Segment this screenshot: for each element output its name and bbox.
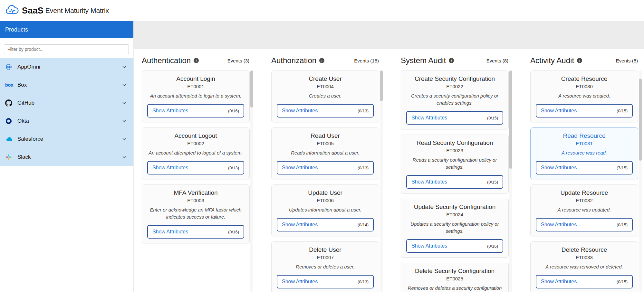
show-attributes-label: Show Attributes bbox=[411, 179, 447, 185]
event-title: Read Security Configuration bbox=[406, 139, 503, 146]
brand-name: SaaS bbox=[22, 6, 43, 16]
show-attributes-label: Show Attributes bbox=[541, 108, 577, 114]
event-card-delete-resource: Delete Resource ET0033 A resource was re… bbox=[530, 241, 638, 292]
show-attributes-button[interactable]: Show Attributes (0/15) bbox=[536, 218, 633, 231]
event-title: Delete Resource bbox=[536, 246, 633, 253]
event-description: A resource was updated. bbox=[536, 206, 633, 213]
show-attributes-button[interactable]: Show Attributes (0/16) bbox=[147, 104, 244, 118]
sidebar-item-box[interactable]: box Box bbox=[0, 76, 133, 94]
event-description: Reads a security configuration policy or… bbox=[406, 156, 503, 171]
chevron-down-icon[interactable] bbox=[121, 136, 128, 142]
chevron-down-icon[interactable] bbox=[121, 100, 128, 106]
matrix-main-area: Authentication i Events (3) Account Logi… bbox=[134, 21, 644, 292]
event-card-update-user: Update User ET0006 Updates information a… bbox=[271, 184, 379, 236]
show-attributes-label: Show Attributes bbox=[282, 165, 318, 171]
show-attributes-button[interactable]: Show Attributes (0/13) bbox=[277, 104, 374, 118]
event-description: Removes or deletes a security configurat… bbox=[406, 285, 503, 292]
appomni-gear-icon bbox=[5, 63, 14, 71]
scrollbar-thumb[interactable] bbox=[250, 71, 253, 108]
scrollbar-thumb[interactable] bbox=[509, 71, 512, 169]
event-description: Updates a security configuration policy … bbox=[406, 221, 503, 235]
event-code: ET0033 bbox=[536, 255, 633, 260]
events-count: Events (8) bbox=[486, 58, 508, 63]
column-scrollbar[interactable] bbox=[509, 71, 512, 292]
show-attributes-button[interactable]: Show Attributes (0/16) bbox=[147, 225, 244, 239]
info-icon[interactable]: i bbox=[577, 58, 582, 63]
show-attributes-label: Show Attributes bbox=[411, 243, 447, 249]
show-attributes-button[interactable]: Show Attributes (0/13) bbox=[277, 275, 374, 288]
show-attributes-label: Show Attributes bbox=[282, 222, 318, 228]
column-title: System Audit bbox=[401, 56, 446, 65]
events-count: Events (18) bbox=[354, 58, 379, 63]
column-scrollbar[interactable] bbox=[639, 71, 642, 292]
event-description: An account attempted to logout of a syst… bbox=[147, 149, 244, 156]
scrollbar-thumb[interactable] bbox=[639, 79, 642, 161]
show-attributes-button[interactable]: Show Attributes (0/15) bbox=[406, 111, 503, 125]
toolbar-strip bbox=[134, 21, 644, 49]
event-title: Update User bbox=[277, 189, 374, 196]
event-code: ET0004 bbox=[277, 84, 374, 89]
attribute-count: (0/13) bbox=[358, 165, 369, 170]
show-attributes-label: Show Attributes bbox=[411, 115, 447, 121]
event-title: Update Security Configuration bbox=[406, 203, 503, 211]
sidebar-item-salesforce[interactable]: Salesforce bbox=[0, 130, 133, 148]
show-attributes-button[interactable]: Show Attributes (0/14) bbox=[277, 218, 374, 231]
event-title: Read User bbox=[277, 132, 374, 139]
info-icon[interactable]: i bbox=[194, 58, 199, 63]
show-attributes-label: Show Attributes bbox=[282, 279, 318, 285]
attribute-count: (7/15) bbox=[617, 165, 628, 170]
event-code: ET0005 bbox=[277, 141, 374, 146]
product-list: AppOmni box Box GitHub Okta bbox=[0, 58, 133, 166]
show-attributes-button[interactable]: Show Attributes (0/15) bbox=[536, 104, 633, 118]
show-attributes-button[interactable]: Show Attributes (7/15) bbox=[536, 161, 633, 174]
chevron-down-icon[interactable] bbox=[121, 64, 128, 70]
info-icon[interactable]: i bbox=[319, 58, 324, 63]
column-title: Authorization bbox=[271, 56, 316, 65]
show-attributes-button[interactable]: Show Attributes (0/13) bbox=[147, 161, 244, 174]
chevron-down-icon[interactable] bbox=[121, 82, 128, 88]
sidebar-item-appomni[interactable]: AppOmni bbox=[0, 58, 133, 76]
event-description: Creates a security configuration policy … bbox=[406, 92, 503, 107]
sidebar-item-label: Box bbox=[17, 82, 121, 88]
event-description: Removes or deletes a user. bbox=[277, 263, 374, 270]
show-attributes-label: Show Attributes bbox=[152, 229, 188, 235]
product-filter-input[interactable] bbox=[4, 44, 129, 54]
show-attributes-button[interactable]: Show Attributes (0/15) bbox=[536, 275, 633, 288]
chevron-down-icon[interactable] bbox=[121, 118, 128, 124]
event-description: A resource was created. bbox=[536, 92, 633, 99]
sidebar-item-label: Salesforce bbox=[17, 136, 121, 142]
show-attributes-button[interactable]: Show Attributes (0/16) bbox=[406, 239, 503, 253]
show-attributes-label: Show Attributes bbox=[541, 165, 577, 171]
event-card-read-user: Read User ET0005 Reads information about… bbox=[271, 127, 379, 179]
event-card-account-login: Account Login ET0001 An account attempte… bbox=[142, 71, 250, 122]
event-card-account-logout: Account Logout ET0002 An account attempt… bbox=[142, 127, 250, 179]
attribute-count: (0/15) bbox=[487, 180, 498, 184]
sidebar-item-label: AppOmni bbox=[17, 64, 121, 70]
column-scrollbar[interactable] bbox=[250, 71, 253, 292]
event-title: MFA Verification bbox=[147, 189, 244, 196]
attribute-count: (0/15) bbox=[617, 108, 628, 113]
attribute-count: (0/16) bbox=[228, 108, 239, 113]
event-code: ET0002 bbox=[147, 141, 244, 146]
event-description: A resource was removed or deleted. bbox=[536, 263, 633, 270]
sidebar-item-okta[interactable]: Okta bbox=[0, 112, 133, 130]
saas-cloud-logo-icon bbox=[5, 3, 19, 18]
event-card-update-security-configuration: Update Security Configuration ET0024 Upd… bbox=[401, 199, 509, 258]
event-title: Account Logout bbox=[147, 132, 244, 139]
event-title: Delete User bbox=[277, 246, 374, 253]
events-count: Events (3) bbox=[227, 58, 249, 63]
scrollbar-thumb[interactable] bbox=[380, 71, 383, 101]
github-icon bbox=[5, 99, 14, 107]
sidebar-item-slack[interactable]: Slack bbox=[0, 148, 133, 166]
chevron-down-icon[interactable] bbox=[121, 154, 128, 160]
show-attributes-button[interactable]: Show Attributes (0/15) bbox=[406, 175, 503, 189]
column-scrollbar[interactable] bbox=[380, 71, 383, 292]
event-card-read-resource: Read Resource ET0031 A resource was read… bbox=[530, 127, 638, 179]
show-attributes-label: Show Attributes bbox=[541, 279, 577, 285]
show-attributes-button[interactable]: Show Attributes (0/13) bbox=[277, 161, 374, 174]
show-attributes-label: Show Attributes bbox=[541, 222, 577, 228]
sidebar-item-github[interactable]: GitHub bbox=[0, 94, 133, 112]
info-icon[interactable]: i bbox=[449, 58, 454, 63]
column-activity-audit: Activity Audit i Events (5) Create Resou… bbox=[530, 55, 642, 292]
attribute-count: (0/13) bbox=[358, 279, 369, 284]
